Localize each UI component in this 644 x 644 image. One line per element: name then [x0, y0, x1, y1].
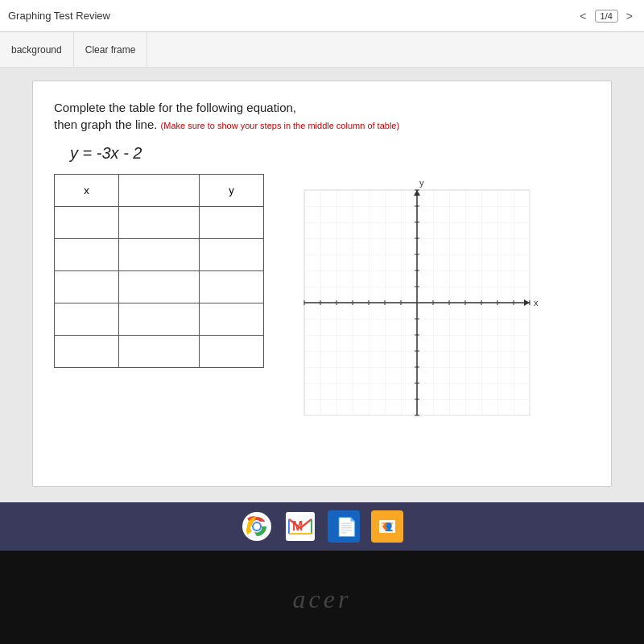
toolbar: background Clear frame	[0, 32, 644, 68]
instruction-text-1: Complete the table for the following equ…	[54, 101, 296, 114]
table-cell-x-4[interactable]	[55, 336, 119, 368]
instructions: Complete the table for the following equ…	[54, 99, 590, 133]
table-cell-y-2[interactable]	[200, 271, 264, 303]
svg-point-7	[254, 523, 260, 530]
instruction-text-2: then graph the line.	[54, 118, 157, 131]
table-cell-mid-2[interactable]	[119, 271, 200, 303]
drive-icon-button[interactable]: 📄	[328, 510, 360, 543]
graph-container: x y	[288, 174, 546, 431]
instruction-note: (Make sure to show your steps in the mid…	[161, 121, 400, 130]
main-content-row: x y	[54, 174, 590, 431]
top-bar: Graphing Test Review < 1/4 >	[0, 0, 644, 32]
table-row	[55, 336, 264, 368]
prev-button[interactable]: <	[576, 8, 589, 24]
acer-branding-area: acer	[0, 551, 644, 644]
background-button[interactable]: background	[0, 32, 74, 67]
svg-text:👤: 👤	[384, 522, 394, 532]
table-cell-mid-4[interactable]	[119, 336, 200, 368]
chrome-icon-button[interactable]	[241, 510, 273, 543]
table-row	[55, 207, 264, 239]
x-axis-label: x	[534, 298, 539, 308]
table-cell-x-0[interactable]	[55, 207, 119, 239]
table-cell-y-0[interactable]	[200, 207, 264, 239]
table-cell-y-3[interactable]	[200, 303, 264, 336]
y-axis-label: y	[419, 178, 424, 188]
table-cell-y-4[interactable]	[200, 336, 264, 368]
gmail-icon-button[interactable]: M	[284, 510, 316, 543]
table-container: x y	[54, 174, 264, 368]
table-row	[55, 303, 264, 336]
table-row	[55, 239, 264, 271]
table-cell-x-1[interactable]	[55, 239, 119, 271]
page-title: Graphing Test Review	[8, 10, 570, 22]
table-cell-x-2[interactable]	[55, 271, 119, 303]
next-button[interactable]: >	[623, 8, 636, 24]
clear-frame-button[interactable]: Clear frame	[74, 32, 148, 67]
coordinate-graph: x y	[288, 174, 546, 431]
col-x-header: x	[55, 175, 119, 207]
table-cell-mid-0[interactable]	[119, 207, 200, 239]
table-cell-y-1[interactable]	[200, 239, 264, 271]
col-y-header: y	[200, 175, 264, 207]
data-table: x y	[54, 174, 264, 368]
content-area: Complete the table for the following equ…	[0, 68, 644, 502]
col-mid-header	[119, 175, 200, 207]
page-indicator: 1/4	[595, 10, 618, 23]
slides-icon-button[interactable]: 👤	[371, 510, 403, 543]
table-cell-mid-1[interactable]	[119, 239, 200, 271]
svg-text:M: M	[292, 519, 303, 533]
acer-logo: acer	[293, 584, 352, 614]
taskbar: M 📄 👤	[0, 502, 644, 551]
table-row	[55, 271, 264, 303]
nav-area: < 1/4 >	[576, 8, 636, 24]
worksheet-slide: Complete the table for the following equ…	[32, 80, 612, 487]
equation-display: y = -3x - 2	[70, 144, 590, 163]
table-cell-x-3[interactable]	[55, 303, 119, 336]
table-cell-mid-3[interactable]	[119, 303, 200, 336]
svg-text:📄: 📄	[336, 516, 358, 538]
table-header-row: x y	[55, 175, 264, 207]
